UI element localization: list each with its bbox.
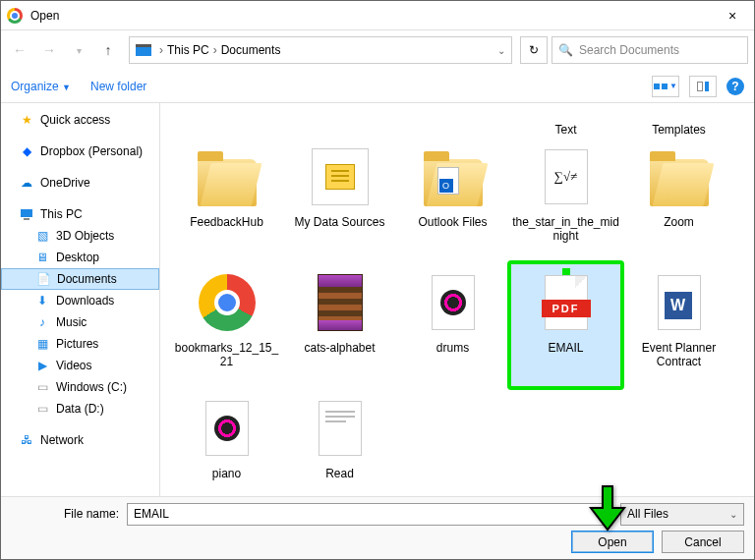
file-name-label: File name:: [11, 507, 119, 521]
file-item-star-midnight[interactable]: ∑√≠ the_star_in_the_midnight: [509, 137, 622, 262]
chrome-app-icon: [7, 8, 23, 24]
downloads-icon: ⬇: [34, 293, 50, 308]
file-item[interactable]: [396, 107, 509, 137]
sidebar-item-onedrive[interactable]: ☁ OneDrive: [1, 172, 159, 194]
network-icon: 🖧: [19, 432, 34, 448]
onedrive-icon: ☁: [19, 175, 34, 191]
sidebar-item-label: Videos: [56, 359, 91, 372]
file-item[interactable]: [170, 107, 283, 137]
folder-icon: [645, 142, 714, 211]
organize-button[interactable]: Organize ▼: [11, 80, 71, 93]
file-item[interactable]: Text: [509, 107, 622, 137]
sidebar-item-pictures[interactable]: ▦ Pictures: [1, 333, 159, 355]
breadcrumb-documents[interactable]: Documents: [221, 43, 281, 57]
sidebar-item-network[interactable]: 🖧 Network: [1, 429, 159, 451]
breadcrumb[interactable]: › This PC › Documents ⌄: [129, 36, 512, 64]
file-item-read[interactable]: Read: [283, 388, 396, 486]
file-item-outlook-files[interactable]: O Outlook Files: [396, 137, 509, 262]
view-layout-button[interactable]: ▼: [652, 76, 679, 97]
media-file-icon: [193, 394, 261, 463]
open-button[interactable]: Open: [571, 531, 654, 553]
sidebar-item-label: Windows (C:): [56, 380, 127, 394]
sidebar-item-quick-access[interactable]: ★ Quick access: [1, 109, 159, 131]
file-item-my-data-sources[interactable]: My Data Sources: [283, 137, 396, 262]
chevron-down-icon[interactable]: ⌄: [497, 45, 505, 56]
file-label: cats-alphabet: [304, 341, 375, 355]
file-item-piano[interactable]: piano: [170, 388, 283, 486]
nav-up-button[interactable]: ↑: [95, 37, 121, 63]
sidebar-item-documents[interactable]: 📄 Documents: [1, 268, 159, 290]
file-label: Outlook Files: [418, 215, 487, 229]
sidebar-item-label: Quick access: [40, 113, 110, 127]
file-item-drums[interactable]: drums: [396, 262, 509, 388]
window-title: Open: [30, 9, 717, 23]
music-icon: ♪: [34, 314, 50, 330]
cube-icon: ▧: [34, 228, 50, 244]
sidebar-item-music[interactable]: ♪ Music: [1, 311, 159, 333]
dropbox-icon: ◆: [19, 143, 34, 159]
search-input[interactable]: 🔍 Search Documents: [552, 36, 748, 64]
sidebar-item-label: OneDrive: [40, 176, 90, 190]
file-label: drums: [436, 341, 469, 355]
rar-icon: [306, 268, 375, 337]
chevron-down-icon: ⌄: [729, 509, 737, 520]
file-name-value: EMAIL: [134, 507, 169, 521]
refresh-button[interactable]: ↻: [520, 36, 548, 64]
file-item[interactable]: [283, 107, 396, 137]
nav-back-button[interactable]: ←: [7, 37, 32, 63]
sidebar-item-this-pc[interactable]: This PC: [1, 203, 159, 225]
cancel-button-label: Cancel: [684, 535, 721, 549]
sidebar-item-label: Data (D:): [56, 402, 104, 416]
file-label: Event Planner Contract: [624, 341, 733, 368]
file-name-input[interactable]: EMAIL ⌄: [127, 503, 612, 526]
file-label: Zoom: [664, 215, 694, 229]
sidebar-item-label: This PC: [40, 207, 83, 221]
nav-bar: ← → ▾ ↑ › This PC › Documents ⌄ ↻ 🔍 Sear…: [1, 30, 754, 70]
file-item-cats-alphabet[interactable]: cats-alphabet: [283, 262, 396, 388]
help-button[interactable]: ?: [726, 78, 744, 95]
sidebar-item-desktop[interactable]: 🖥 Desktop: [1, 247, 159, 268]
breadcrumb-this-pc[interactable]: This PC: [167, 43, 209, 57]
recent-locations-button[interactable]: ▾: [66, 37, 91, 63]
search-placeholder: Search Documents: [579, 43, 679, 57]
sidebar-item-downloads[interactable]: ⬇ Downloads: [1, 290, 159, 311]
pc-icon: [19, 206, 34, 222]
file-type-select[interactable]: All Files ⌄: [620, 503, 744, 526]
drive-icon: ▭: [34, 379, 50, 395]
main-area: ★ Quick access ◆ Dropbox (Personal) ☁ On…: [1, 103, 754, 496]
nav-forward-button[interactable]: →: [36, 37, 62, 63]
file-label: My Data Sources: [294, 215, 384, 229]
file-item-email[interactable]: PDF EMAIL: [509, 262, 622, 388]
documents-icon: 📄: [35, 271, 51, 287]
desktop-icon: 🖥: [34, 250, 50, 265]
file-list[interactable]: Text Templates FeedbackHub My Data Sourc…: [160, 103, 754, 496]
file-item-zoom[interactable]: Zoom: [622, 137, 735, 262]
star-icon: ★: [19, 112, 34, 128]
file-item[interactable]: Templates: [622, 107, 735, 137]
file-item-feedbackhub[interactable]: FeedbackHub: [170, 137, 283, 262]
titlebar: Open ×: [1, 1, 754, 30]
file-label: the_star_in_the_midnight: [511, 215, 620, 243]
close-button[interactable]: ×: [717, 2, 748, 29]
sidebar-item-dropbox[interactable]: ◆ Dropbox (Personal): [1, 140, 159, 162]
sidebar-item-label: Pictures: [56, 337, 98, 351]
svg-rect-1: [24, 218, 29, 220]
file-label: Templates: [652, 123, 706, 137]
sidebar-item-videos[interactable]: ▶ Videos: [1, 355, 159, 376]
pictures-icon: ▦: [34, 336, 50, 352]
sidebar-item-label: Downloads: [56, 294, 114, 308]
videos-icon: ▶: [34, 358, 50, 373]
cancel-button[interactable]: Cancel: [662, 531, 744, 553]
preview-pane-button[interactable]: [689, 76, 717, 97]
sidebar-item-drive-c[interactable]: ▭ Windows (C:): [1, 376, 159, 398]
chevron-right-icon: ›: [213, 43, 217, 57]
footer: File name: EMAIL ⌄ All Files ⌄ Open Canc…: [1, 496, 754, 559]
sidebar-item-label: Documents: [57, 272, 117, 286]
new-folder-button[interactable]: New folder: [90, 80, 146, 93]
sidebar-item-drive-d[interactable]: ▭ Data (D:): [1, 398, 159, 420]
file-item-event-planner[interactable]: W Event Planner Contract: [622, 262, 735, 388]
chevron-right-icon: ›: [159, 43, 163, 57]
sidebar-item-3d-objects[interactable]: ▧ 3D Objects: [1, 225, 159, 247]
file-item-bookmarks[interactable]: bookmarks_12_15_21: [170, 262, 283, 388]
file-label: Text: [554, 123, 576, 137]
